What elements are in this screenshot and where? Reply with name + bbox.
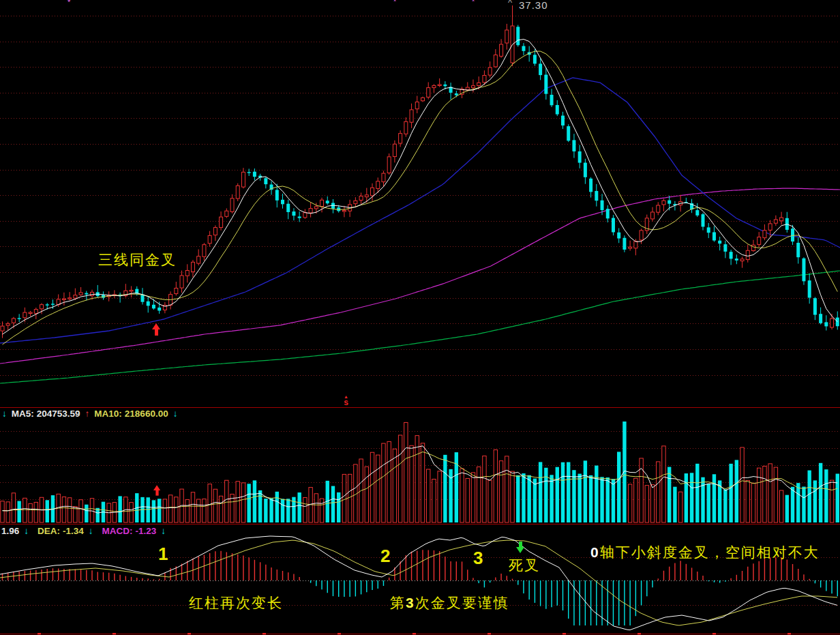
chart-canvas[interactable]: [0, 0, 840, 635]
stock-chart-window: * * * ^ 37.30 三线同金叉 ▲ s ↓ MA5: 204753.59…: [0, 0, 840, 635]
